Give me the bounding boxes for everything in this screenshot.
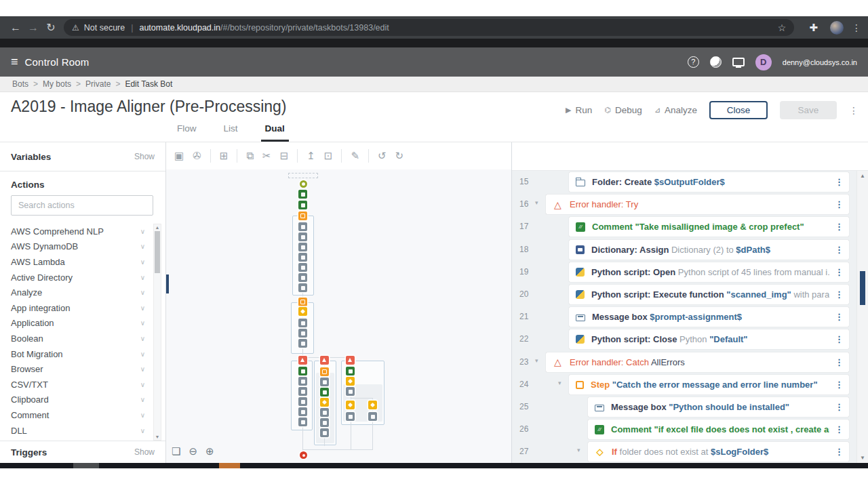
sidebar-category-comment[interactable]: Comment∨ xyxy=(0,407,152,423)
list-scrollbar[interactable]: ▲ ▼ xyxy=(856,171,868,463)
step-card[interactable]: Step "Catch the error message and error … xyxy=(569,375,849,394)
address-bar[interactable]: ⚠ Not secure | automate.kloudpad.in /#/b… xyxy=(64,19,794,36)
flow-node-action[interactable] xyxy=(298,263,307,272)
flow-node-action[interactable] xyxy=(320,428,329,437)
flow-node-action[interactable] xyxy=(346,412,355,421)
sidebar-category-bot-migration[interactable]: Bot Migration∨ xyxy=(0,346,152,362)
flow-node-action[interactable] xyxy=(298,377,307,386)
help-icon[interactable]: ? xyxy=(688,56,699,68)
flow-node-action[interactable] xyxy=(298,407,307,416)
record-icon[interactable]: ▣ xyxy=(174,150,184,162)
step-card[interactable]: △Error handler: Catch AllErrors⋮ xyxy=(546,352,849,372)
flow-node-comment[interactable] xyxy=(298,190,307,199)
flow-node-action[interactable] xyxy=(298,232,307,241)
step-card[interactable]: ◇If folder does not exist at $sLogFolder… xyxy=(588,442,849,462)
row-menu-icon[interactable]: ⋮ xyxy=(835,380,844,390)
step-card[interactable]: Message box $prompt-assignment$⋮ xyxy=(569,307,849,327)
flow-node-if[interactable] xyxy=(298,307,307,316)
flow-canvas[interactable]: ❏⊖⊕ xyxy=(166,169,511,463)
flow-node-action[interactable] xyxy=(298,339,307,348)
row-menu-icon[interactable]: ⋮ xyxy=(835,402,844,412)
flow-node-action[interactable] xyxy=(298,387,307,396)
cut-icon[interactable]: ✂ xyxy=(262,150,271,162)
clipboard-icon[interactable]: ⊡ xyxy=(324,150,333,162)
forward-icon[interactable]: → xyxy=(24,22,42,34)
reload-icon[interactable]: ↻ xyxy=(42,21,60,34)
step-card[interactable]: Comment "Take misalligned image & crop p… xyxy=(569,217,849,237)
flow-node-action[interactable] xyxy=(298,418,307,426)
flow-node-action[interactable] xyxy=(346,387,355,396)
collapse-chevron-icon[interactable]: ▾ xyxy=(535,199,538,206)
row-menu-icon[interactable]: ⋮ xyxy=(835,267,844,277)
step-card[interactable]: Python script: Close Python "Default"⋮ xyxy=(569,329,849,349)
sidebar-category-boolean[interactable]: Boolean∨ xyxy=(0,331,152,346)
row-menu-icon[interactable]: ⋮ xyxy=(835,199,844,209)
sidebar-category-dll[interactable]: DLL∨ xyxy=(0,423,152,439)
sidebar-category-active-directory[interactable]: Active Directory∨ xyxy=(0,270,152,285)
flow-node-step[interactable] xyxy=(320,367,329,376)
flow-node-step[interactable] xyxy=(298,211,307,220)
flow-node-action[interactable] xyxy=(320,418,329,427)
flow-node-action[interactable] xyxy=(298,222,307,231)
redo-icon[interactable]: ↻ xyxy=(395,150,404,162)
flow-node-action[interactable] xyxy=(298,243,307,251)
row-menu-icon[interactable]: ⋮ xyxy=(835,289,844,300)
flow-node-action[interactable] xyxy=(298,319,307,327)
analyze-button[interactable]: ⊿Analyze xyxy=(654,105,697,115)
flow-node-if[interactable] xyxy=(346,377,355,386)
flow-node-comment[interactable] xyxy=(298,367,307,375)
flow-node-comment[interactable] xyxy=(320,388,329,396)
sidebar-category-analyze[interactable]: Analyze∨ xyxy=(0,285,152,300)
row-menu-icon[interactable]: ⋮ xyxy=(835,222,844,232)
flow-node-action[interactable] xyxy=(298,329,307,338)
bookmark-star-icon[interactable]: ☆ xyxy=(778,22,787,33)
step-card[interactable]: Python script: Open Python script of 45 … xyxy=(569,262,849,282)
hamburger-menu-icon[interactable]: ≡ xyxy=(11,55,18,69)
flow-node-try[interactable] xyxy=(298,356,307,365)
variables-show-link[interactable]: Show xyxy=(134,152,155,161)
step-card[interactable]: Dictionary: Assign Dictionary (2) to $dP… xyxy=(569,240,849,260)
collapse-chevron-icon[interactable]: ▾ xyxy=(577,447,580,453)
debug-button[interactable]: ⌬Debug xyxy=(604,105,642,115)
flow-node-if[interactable] xyxy=(346,401,355,409)
flow-node-action[interactable] xyxy=(298,253,307,262)
sidebar-category-browser[interactable]: Browser∨ xyxy=(0,361,152,377)
fit-to-screen-icon[interactable]: ❏ xyxy=(172,445,180,458)
sidebar-category-aws-comprehend-nlp[interactable]: AWS Comprehend NLP∨ xyxy=(0,224,152,239)
sidebar-category-aws-dynamodb[interactable]: AWS DynamoDB∨ xyxy=(0,239,152,255)
scroll-up-icon[interactable]: ▲ xyxy=(154,225,161,230)
tab-list[interactable]: List xyxy=(220,123,242,142)
flow-node-action[interactable] xyxy=(298,273,307,282)
row-menu-icon[interactable]: ⋮ xyxy=(835,447,844,457)
row-menu-icon[interactable]: ⋮ xyxy=(835,334,844,344)
scroll-down-icon[interactable]: ▼ xyxy=(154,434,161,439)
new-window-icon[interactable]: ⊞ xyxy=(220,150,229,162)
search-actions-input[interactable] xyxy=(11,195,153,216)
back-icon[interactable]: ← xyxy=(7,22,24,34)
step-card[interactable]: Folder: Create $sOutputFolder$⋮ xyxy=(569,172,849,192)
triggers-show-link[interactable]: Show xyxy=(134,447,155,457)
sidebar-category-app-integration[interactable]: App integration∨ xyxy=(0,300,152,316)
flow-node-action[interactable] xyxy=(298,397,307,406)
flow-node-if[interactable] xyxy=(320,398,329,407)
save-button[interactable]: Save xyxy=(780,101,837,119)
browser-menu-icon[interactable]: ⋮ xyxy=(852,22,861,33)
scroll-down-icon[interactable]: ▼ xyxy=(857,455,868,461)
step-card[interactable]: △Error handler: Try⋮ xyxy=(546,195,849,214)
flow-node-action[interactable] xyxy=(320,408,329,417)
more-actions-icon[interactable]: ⋮ xyxy=(849,105,859,116)
paste-icon[interactable]: ⊟ xyxy=(280,150,289,162)
flow-node-action[interactable] xyxy=(320,378,329,386)
flow-node-action[interactable] xyxy=(298,283,307,292)
flow-node-start[interactable] xyxy=(300,180,307,188)
flow-node-if[interactable] xyxy=(368,401,377,409)
trigger-icon[interactable]: ✇ xyxy=(193,150,201,162)
user-avatar[interactable]: D xyxy=(755,54,772,70)
flow-node-comment[interactable] xyxy=(346,367,355,375)
row-menu-icon[interactable]: ⋮ xyxy=(835,312,844,322)
row-menu-icon[interactable]: ⋮ xyxy=(835,177,844,187)
sidebar-category-csv-txt[interactable]: CSV/TXT∨ xyxy=(0,377,152,392)
devices-icon[interactable] xyxy=(732,58,745,66)
tab-flow[interactable]: Flow xyxy=(173,123,201,142)
flow-node-try[interactable] xyxy=(346,356,355,365)
